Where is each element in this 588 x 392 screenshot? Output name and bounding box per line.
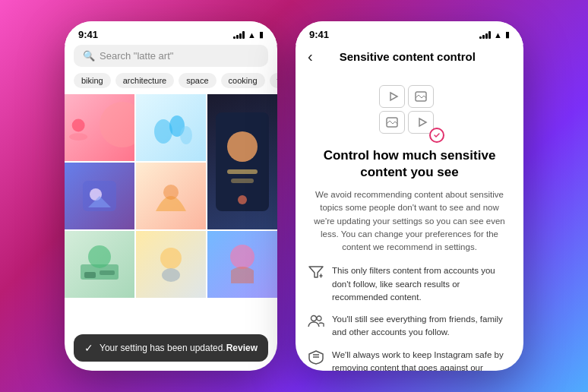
sens-grid <box>379 85 434 134</box>
svg-marker-23 <box>419 119 426 126</box>
status-bar-left: 9:41 ▲ ▮ <box>65 21 277 45</box>
svg-point-25 <box>317 316 321 321</box>
sens-item-3-text: We'll always work to keep Instagram safe… <box>332 349 511 371</box>
search-icon: 🔍 <box>83 50 95 62</box>
people-icon <box>308 314 324 331</box>
back-button[interactable]: ‹ <box>308 48 313 65</box>
chip-fash[interactable]: fash <box>270 73 277 88</box>
check-overlay <box>429 128 444 143</box>
photo-cell-3 <box>207 94 277 229</box>
search-input[interactable]: Search "latte art" <box>100 50 173 62</box>
svg-point-1 <box>69 133 87 141</box>
chip-architecture[interactable]: architecture <box>115 73 174 88</box>
chip-biking[interactable]: biking <box>74 73 111 88</box>
photo-grid <box>65 94 277 298</box>
chip-space[interactable]: space <box>179 73 216 88</box>
sens-cell-1 <box>379 85 405 108</box>
shield-icon <box>308 349 324 368</box>
signal-icon <box>233 31 245 39</box>
sens-cell-2 <box>408 85 434 108</box>
page-title: Sensitive content control <box>319 50 496 63</box>
right-content: Control how much sensitive content you s… <box>296 73 523 371</box>
status-time-left: 9:41 <box>78 29 98 40</box>
svg-rect-15 <box>84 272 96 278</box>
toast-message: Your setting has been updated. <box>100 343 226 353</box>
toast-left: ✓ Your setting has been updated. <box>84 342 226 354</box>
svg-point-12 <box>163 185 179 200</box>
sens-item-2-text: You'll still see everything from friends… <box>332 313 511 340</box>
status-time-right: 9:41 <box>309 29 329 40</box>
filter-icon <box>308 265 324 283</box>
battery-icon-right: ▮ <box>505 30 510 40</box>
sens-item-1-text: This only filters content from accounts … <box>332 264 511 304</box>
status-bar-right: 9:41 ▲ ▮ <box>296 21 523 45</box>
sens-item-3: We'll always work to keep Instagram safe… <box>308 349 511 371</box>
chips-row: biking architecture space cooking fash <box>65 73 277 94</box>
svg-point-19 <box>230 245 254 269</box>
right-phone: 9:41 ▲ ▮ ‹ Sensitive content control <box>296 21 523 371</box>
battery-icon: ▮ <box>259 30 264 40</box>
sensitive-heading: Control how much sensitive content you s… <box>296 147 523 188</box>
toast-review-button[interactable]: Review <box>226 343 258 353</box>
wifi-icon-right: ▲ <box>494 30 502 40</box>
sens-item-1: This only filters content from accounts … <box>308 264 511 304</box>
svg-point-6 <box>227 131 258 162</box>
svg-point-17 <box>160 248 182 269</box>
photo-cell-5 <box>136 163 206 229</box>
sensitive-items-list: This only filters content from accounts … <box>296 264 523 371</box>
photo-cell-8 <box>207 231 277 298</box>
status-icons-left: ▲ ▮ <box>233 30 264 40</box>
svg-point-24 <box>311 316 317 321</box>
signal-icon-right <box>479 31 491 39</box>
sensitive-content-icon <box>379 85 440 138</box>
svg-point-9 <box>238 195 247 204</box>
svg-marker-20 <box>390 93 397 100</box>
svg-point-14 <box>88 245 111 268</box>
svg-point-2 <box>154 119 172 144</box>
photo-cell-4 <box>65 163 134 229</box>
photo-cell-1 <box>65 94 134 161</box>
svg-rect-8 <box>231 179 254 183</box>
photo-cell-2 <box>136 94 206 161</box>
wifi-icon: ▲ <box>248 30 256 40</box>
status-icons-right: ▲ ▮ <box>479 30 510 40</box>
svg-point-4 <box>180 126 192 144</box>
toast-check-icon: ✓ <box>84 342 93 354</box>
chip-cooking[interactable]: cooking <box>221 73 265 88</box>
svg-rect-18 <box>162 268 180 282</box>
photo-cell-7 <box>136 231 206 298</box>
sensitive-icon-area <box>296 73 523 147</box>
svg-rect-16 <box>100 270 115 275</box>
sensitive-description: We avoid recommending content about sens… <box>296 188 523 264</box>
svg-point-0 <box>72 119 85 132</box>
right-header: ‹ Sensitive content control <box>296 45 523 73</box>
sens-cell-3 <box>379 111 405 134</box>
toast-notification: ✓ Your setting has been updated. Review <box>74 334 268 362</box>
sens-item-2: You'll still see everything from friends… <box>308 313 511 340</box>
left-phone: 9:41 ▲ ▮ 🔍 Search "latte art" biking arc… <box>65 21 277 371</box>
search-bar[interactable]: 🔍 Search "latte art" <box>74 45 268 67</box>
svg-rect-7 <box>227 169 258 174</box>
photo-cell-6 <box>65 231 134 298</box>
